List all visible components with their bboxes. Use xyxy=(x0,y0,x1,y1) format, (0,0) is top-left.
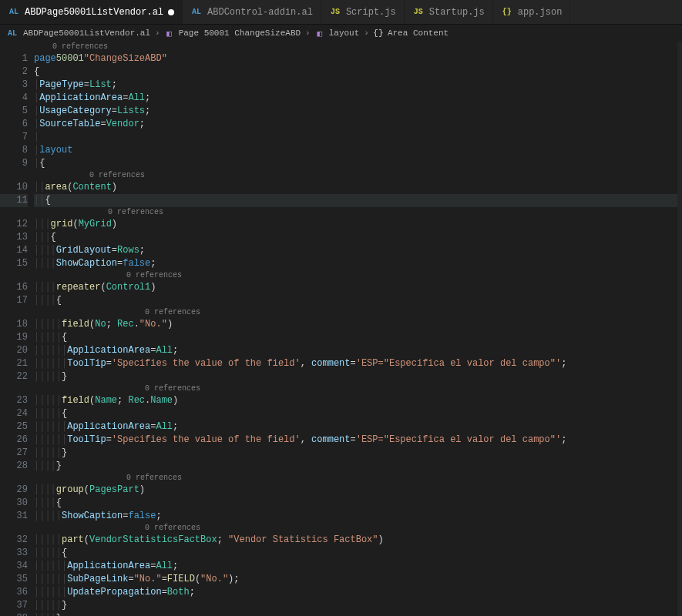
code-line[interactable]: │ │ │ │ │ part(VendorStatisticsFactBox; … xyxy=(34,534,677,547)
chevron-right-icon: › xyxy=(305,28,311,38)
code-line[interactable]: │ │ │ │ group(PagesPart) xyxy=(34,484,677,497)
tab-file-3[interactable]: JS Script.js xyxy=(321,0,405,24)
line-number: 17 xyxy=(0,294,28,307)
tab-file-4[interactable]: JS Startup.js xyxy=(405,0,493,24)
code-line[interactable]: │ │ │ │ │ │ UpdatePropagation = Both; xyxy=(34,586,677,599)
code-line[interactable]: │ │ │ │ │ field(No; Rec."No.") xyxy=(34,318,677,331)
line-number-gutter: 1234567891011121314151617181920212223242… xyxy=(0,42,34,616)
breadcrumb-part[interactable]: Area Content xyxy=(388,28,449,38)
line-number: 4 xyxy=(0,92,28,105)
code-line[interactable]: page 50001 "ChangeSizeABD" xyxy=(34,52,677,65)
code-line[interactable]: │ UsageCategory = Lists; xyxy=(34,105,677,118)
code-line[interactable]: │ { xyxy=(34,157,677,170)
code-line[interactable]: │ │ │ │ GridLayout = Rows; xyxy=(34,244,677,257)
code-area[interactable]: 0 referencespage 50001 "ChangeSizeABD"{│… xyxy=(34,42,677,616)
codelens[interactable]: 0 references xyxy=(34,307,677,318)
line-number: 27 xyxy=(0,447,28,460)
line-number: 34 xyxy=(0,560,28,573)
code-line[interactable]: │ │ │ │ ShowCaption = false; xyxy=(34,257,677,270)
codelens[interactable]: 0 references xyxy=(34,42,677,52)
line-number: 33 xyxy=(0,547,28,560)
line-number: 24 xyxy=(0,407,28,420)
line-number: 19 xyxy=(0,331,28,344)
code-line[interactable]: │ ApplicationArea = All; xyxy=(34,92,677,105)
line-number: 35 xyxy=(0,573,28,586)
tab-file-2[interactable]: AL ABDControl-addin.al xyxy=(183,0,321,24)
code-line[interactable]: │ │ │ │ │ │ ApplicationArea = All; xyxy=(34,420,677,434)
tab-label: Startup.js xyxy=(429,7,485,18)
js-icon: JS xyxy=(329,7,341,17)
line-number: 21 xyxy=(0,357,28,370)
code-line[interactable]: │ │ │ │ │ │ ApplicationArea = All; xyxy=(34,560,677,573)
code-line[interactable]: │ │ │ │ │ { xyxy=(34,407,677,420)
code-line[interactable]: │ │ │ │ │ │ SubPageLink = "No." = FIELD(… xyxy=(34,573,677,586)
code-line[interactable]: │ layout xyxy=(34,144,677,157)
code-line[interactable]: { xyxy=(34,65,677,79)
breadcrumb-part[interactable]: layout xyxy=(329,28,360,38)
braces-icon: {} xyxy=(374,28,383,38)
code-line[interactable]: │ xyxy=(34,131,677,144)
code-line[interactable]: │ │ area(Content) xyxy=(34,181,677,194)
code-line[interactable]: │ │ │ grid(MyGrid) xyxy=(34,218,677,231)
code-line[interactable]: │ │ │ │ │ { xyxy=(34,331,677,344)
codelens[interactable]: 0 references xyxy=(34,207,677,218)
code-line[interactable]: │ │ │ │ │ │ ToolTip = 'Specifies the val… xyxy=(34,434,677,447)
symbol-icon: ◧ xyxy=(315,28,324,38)
code-line[interactable]: │ │ │ │ │ field(Name; Rec.Name) xyxy=(34,394,677,407)
al-icon: AL xyxy=(6,28,18,38)
line-number: 12 xyxy=(0,218,28,231)
chevron-right-icon: › xyxy=(364,28,369,38)
code-line[interactable]: 💡│ │ { xyxy=(34,194,677,207)
code-line[interactable]: │ │ │ │ } xyxy=(34,612,677,616)
code-line[interactable]: │ PageType = List; xyxy=(34,79,677,92)
line-number: 22 xyxy=(0,370,28,383)
al-icon: AL xyxy=(190,7,203,17)
code-line[interactable]: │ │ │ │ │ } xyxy=(34,447,677,460)
line-number: 25 xyxy=(0,420,28,434)
line-number: 36 xyxy=(0,586,28,599)
line-number: 32 xyxy=(0,534,28,547)
code-line[interactable]: │ │ │ │ │ ShowCaption = false; xyxy=(34,510,677,523)
line-number: 30 xyxy=(0,497,28,510)
line-number: 20 xyxy=(0,344,28,357)
line-number: 8 xyxy=(0,144,28,157)
code-line[interactable]: │ SourceTable = Vendor; xyxy=(34,118,677,131)
code-line[interactable]: │ │ │ │ │ } xyxy=(34,370,677,383)
codelens[interactable]: 0 references xyxy=(34,383,677,394)
chevron-right-icon: › xyxy=(155,28,160,38)
line-number: 38 xyxy=(0,612,28,616)
line-number: 37 xyxy=(0,599,28,612)
line-number: 29 xyxy=(0,484,28,497)
line-number: 16 xyxy=(0,281,28,294)
code-line[interactable]: │ │ │ { xyxy=(34,231,677,244)
code-line[interactable]: │ │ │ │ │ { xyxy=(34,547,677,560)
line-number: 3 xyxy=(0,79,28,92)
breadcrumb-file[interactable]: ABDPage50001ListVendor.al xyxy=(23,28,150,38)
tab-label: ABDPage50001ListVendor.al xyxy=(25,7,163,18)
codelens[interactable]: 0 references xyxy=(34,170,677,181)
breadcrumb-part[interactable]: Page 50001 ChangeSizeABD xyxy=(179,28,301,38)
code-line[interactable]: │ │ │ │ │ │ ToolTip = 'Specifies the val… xyxy=(34,357,677,370)
code-line[interactable]: │ │ │ │ { xyxy=(34,497,677,510)
code-line[interactable]: │ │ │ │ │ │ ApplicationArea = All; xyxy=(34,344,677,357)
tab-file-1[interactable]: AL ABDPage50001ListVendor.al xyxy=(0,0,183,24)
code-line[interactable]: │ │ │ │ repeater(Control1) xyxy=(34,281,677,294)
line-number: 28 xyxy=(0,460,28,473)
code-line[interactable]: │ │ │ │ │ } xyxy=(34,599,677,612)
tab-bar: AL ABDPage50001ListVendor.al AL ABDContr… xyxy=(0,0,682,25)
code-editor[interactable]: 1234567891011121314151617181920212223242… xyxy=(0,42,682,616)
minimap[interactable] xyxy=(677,42,682,616)
codelens[interactable]: 0 references xyxy=(34,270,677,281)
line-number: 18 xyxy=(0,318,28,331)
line-number: 15 xyxy=(0,257,28,270)
codelens[interactable]: 0 references xyxy=(34,523,677,534)
codelens[interactable]: 0 references xyxy=(34,473,677,484)
tab-label: ABDControl-addin.al xyxy=(207,7,313,18)
code-line[interactable]: │ │ │ │ { xyxy=(34,294,677,307)
line-number: 6 xyxy=(0,118,28,131)
line-number: 1 xyxy=(0,52,28,65)
line-number: 7 xyxy=(0,131,28,144)
tab-file-5[interactable]: {} app.json xyxy=(493,0,571,24)
dirty-indicator-icon xyxy=(168,9,174,15)
code-line[interactable]: │ │ │ │ } xyxy=(34,460,677,473)
